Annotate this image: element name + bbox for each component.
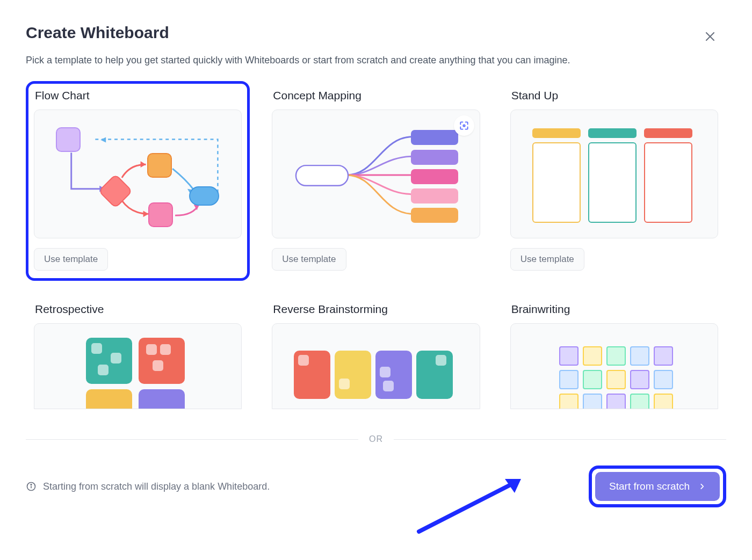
template-card-reverse-brainstorming[interactable]: Reverse Brainstorming [264,295,488,419]
dialog-header: Create Whiteboard [26,24,726,47]
template-preview [510,110,718,238]
template-title: Flow Chart [34,89,242,102]
chevron-right-icon [698,483,706,490]
footer-hint: Starting from scratch will display a bla… [26,481,270,492]
info-icon [26,481,37,492]
template-title: Stand Up [510,89,718,102]
create-whiteboard-dialog: Create Whiteboard Pick a template to hel… [0,0,752,419]
template-title: Retrospective [34,303,242,316]
template-preview [272,110,480,238]
close-button[interactable] [702,28,719,47]
start-from-scratch-highlight: Start from scratch [589,466,726,507]
svg-point-3 [463,125,465,126]
dialog-footer: Starting from scratch will display a bla… [26,466,726,507]
template-title: Brainwriting [510,303,718,316]
close-icon [704,30,717,43]
footer-hint-text: Starting from scratch will display a bla… [43,481,270,492]
template-preview [510,323,718,409]
dialog-subtitle: Pick a template to help you get started … [26,55,726,66]
template-card-flow-chart[interactable]: Flow Chart [26,81,250,281]
divider-label: OR [369,434,383,444]
start-from-scratch-label: Start from scratch [609,481,690,492]
start-from-scratch-button[interactable]: Start from scratch [595,472,720,501]
template-card-retrospective[interactable]: Retrospective [26,295,250,419]
use-template-button[interactable]: Use template [272,248,346,271]
svg-rect-2 [296,165,348,186]
template-title: Concept Mapping [272,89,480,102]
svg-point-6 [31,484,32,485]
dialog-title: Create Whiteboard [26,24,169,42]
or-divider: OR [26,434,726,444]
fullscreen-icon[interactable] [454,115,474,136]
divider-line [26,439,358,440]
template-grid: Flow Chart [26,81,726,419]
use-template-button[interactable]: Use template [510,248,584,271]
divider-line [394,439,726,440]
use-template-button[interactable]: Use template [34,248,108,271]
template-preview [34,323,242,409]
template-title: Reverse Brainstorming [272,303,480,316]
template-card-stand-up[interactable]: Stand Up Use template [502,81,726,281]
template-card-concept-mapping[interactable]: Concept Mapping Use te [264,81,488,281]
template-preview [272,323,480,409]
template-preview [34,110,242,238]
template-card-brainwriting[interactable]: Brainwriting [502,295,726,419]
